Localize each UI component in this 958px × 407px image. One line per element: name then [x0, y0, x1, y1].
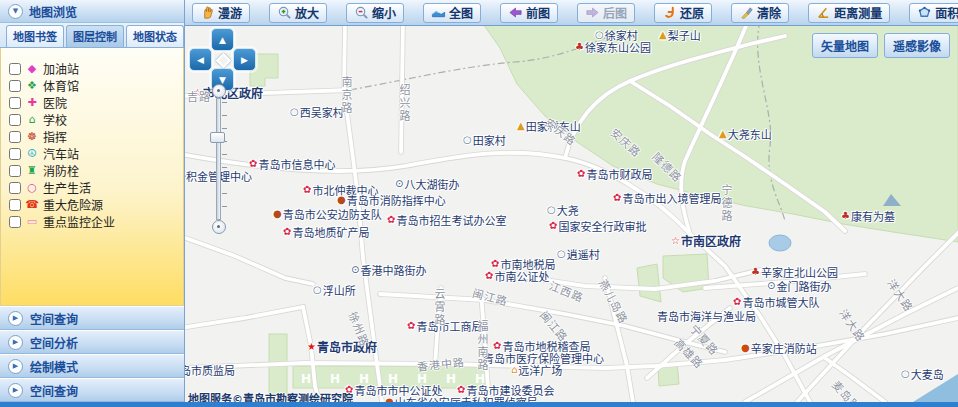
layer-checkbox[interactable]: [9, 131, 21, 143]
restore-icon: [662, 5, 677, 20]
map-label-text: 梨子山: [668, 27, 701, 43]
toolbar-button-label: 前图: [526, 4, 550, 21]
accordion-panel-3[interactable]: ▶绘制模式: [0, 354, 184, 378]
map-label-text: 青岛市出入境管理局: [622, 190, 721, 206]
sidebar: ▼ 地图浏览 地图书签图层控制地图状态 ◆加油站❖体育馆✚医院⌂学校☸指挥☮汽车…: [0, 0, 185, 402]
layer-label: 消防栓: [43, 162, 79, 179]
circle-marker-icon: ○: [290, 107, 299, 117]
layer-checkbox[interactable]: [9, 165, 21, 177]
pan-right-button[interactable]: ▶: [233, 48, 256, 71]
layer-checkbox[interactable]: [9, 216, 21, 228]
layer-checkbox[interactable]: [9, 80, 21, 92]
accordion-group: ▶空间查询▶空间分析▶绘制模式▶空间查询: [0, 306, 184, 402]
layer-item[interactable]: ▭重点监控企业: [9, 213, 177, 230]
triangle-marker-icon: ▲: [517, 121, 525, 131]
previous-view-button[interactable]: 前图: [500, 3, 558, 23]
map-label-text: 青岛市海洋与渔业局: [657, 308, 756, 324]
map-label-text: 山东省公安厅走私犯罪侦察局: [395, 394, 538, 402]
layer-label: 学校: [43, 111, 67, 128]
map-label: ○田家村: [463, 132, 506, 148]
zoom-out-slider-button[interactable]: [212, 220, 226, 234]
map-label: ●山东省公安厅走私犯罪侦察局: [385, 394, 538, 402]
zoom-slider: [209, 84, 227, 232]
layer-checkbox[interactable]: [9, 199, 21, 211]
restore-button[interactable]: 还原: [654, 3, 712, 23]
full-extent-button[interactable]: 全图: [423, 3, 481, 23]
gas-station-icon: ◆: [25, 62, 39, 76]
layer-checkbox[interactable]: [9, 148, 21, 160]
toolbar-button-label: 后图: [603, 4, 627, 21]
school-icon: ⌂: [25, 113, 39, 127]
sidebar-header[interactable]: ▼ 地图浏览: [0, 0, 184, 23]
enterprise-icon: ▭: [25, 215, 39, 229]
map-label: ⌂远洋广场: [511, 362, 562, 378]
layer-item[interactable]: ✚医院: [9, 94, 177, 111]
road-label: 南京路: [337, 76, 353, 115]
map-label-text: 田家村: [473, 132, 506, 148]
production-icon: ○: [25, 181, 39, 195]
road-label: 云霄路: [430, 288, 446, 327]
star-outline-marker-icon: ☆: [671, 236, 680, 246]
map-label: ○西吴家村: [290, 104, 344, 120]
triangle-marker-icon: ▲: [719, 129, 727, 139]
layer-item[interactable]: ☎重大危险源: [9, 196, 177, 213]
map-label-text: 逍遥村: [567, 246, 600, 262]
road-label: 绍兴路: [395, 84, 411, 123]
zoom-in-slider-button[interactable]: [212, 84, 226, 98]
expand-arrow-icon: ▶: [8, 359, 23, 374]
zoom-out-button[interactable]: 缩小: [346, 3, 404, 23]
tab-layer-control[interactable]: 图层控制: [66, 25, 124, 47]
pan-up-button[interactable]: ▲: [211, 28, 234, 51]
accordion-panel-1[interactable]: ▶空间查询: [0, 306, 184, 330]
layer-checkbox[interactable]: [9, 114, 21, 126]
pan-left-button[interactable]: ◀: [189, 48, 212, 71]
sidebar-title: 地图浏览: [29, 3, 77, 20]
map-label: ✿市南公证处: [485, 268, 549, 284]
layer-checkbox[interactable]: [9, 63, 21, 75]
flower-marker-icon: ✿: [485, 271, 493, 281]
area-measure-button[interactable]: 面积测量: [909, 3, 958, 23]
tab-bookmarks[interactable]: 地图书签: [6, 25, 64, 47]
layer-checkbox[interactable]: [9, 182, 21, 194]
hydrant-icon: ♜: [25, 164, 39, 178]
accordion-panel-2[interactable]: ▶空间分析: [0, 330, 184, 354]
accordion-panel-4[interactable]: ▶空间查询: [0, 378, 184, 402]
layer-label: 加油站: [43, 60, 79, 77]
sidebar-tab-bar: 地图书签图层控制地图状态: [0, 23, 184, 48]
layer-item[interactable]: ♜消防栓: [9, 162, 177, 179]
zoom-in-button[interactable]: 放大: [269, 3, 327, 23]
map-label: ▲梨子山: [659, 27, 701, 43]
toolbar-button-label: 漫游: [218, 4, 242, 21]
accordion-label: 绘制模式: [30, 358, 78, 375]
next-view-button[interactable]: 后图: [577, 3, 635, 23]
map-label-text: 国家安全行政审批: [558, 218, 646, 234]
layer-item[interactable]: ⌂学校: [9, 111, 177, 128]
clear-button[interactable]: 清除: [731, 3, 789, 23]
map-label-text: 大麦岛: [911, 366, 944, 382]
layer-item[interactable]: ☮汽车站: [9, 145, 177, 162]
zoom-slider-thumb[interactable]: [210, 132, 225, 143]
accordion-label: 空间查询: [30, 382, 78, 399]
layer-item[interactable]: ☸指挥: [9, 128, 177, 145]
layer-item[interactable]: ◆加油站: [9, 60, 177, 77]
map-label: ▲大尧东山: [719, 126, 772, 142]
remote-sensing-button[interactable]: 遥感影像: [884, 33, 950, 58]
map-viewport[interactable]: HHHHHHH ☆市北区政府○西吴家村○田家村▲田家村东山○徐家村▲梨子山♣徐家…: [185, 26, 958, 402]
road-label: 吉路: [187, 88, 211, 104]
distance-measure-button[interactable]: 距离测量: [808, 3, 890, 23]
bus-station-icon: ☮: [25, 147, 39, 161]
map-label: ⊙金门路街办: [767, 278, 831, 294]
tab-map-status[interactable]: 地图状态: [126, 25, 184, 47]
layer-item[interactable]: ❖体育馆: [9, 77, 177, 94]
layer-item[interactable]: ○生产生活: [9, 179, 177, 196]
map-label-text: 青岛市质监局: [185, 362, 235, 378]
layer-checkbox[interactable]: [9, 97, 21, 109]
roam-button[interactable]: 漫游: [192, 3, 250, 23]
map-label-text: 青岛市招生考试办公室: [396, 212, 506, 228]
road-label: 福州南路: [473, 320, 489, 372]
toolbar-button-label: 还原: [680, 4, 704, 21]
zoom-slider-track[interactable]: [216, 98, 221, 220]
vector-map-button[interactable]: 矢量地图: [812, 33, 878, 58]
triangle-marker-icon: ▲: [659, 30, 667, 40]
bottom-status-bar: [0, 402, 958, 407]
